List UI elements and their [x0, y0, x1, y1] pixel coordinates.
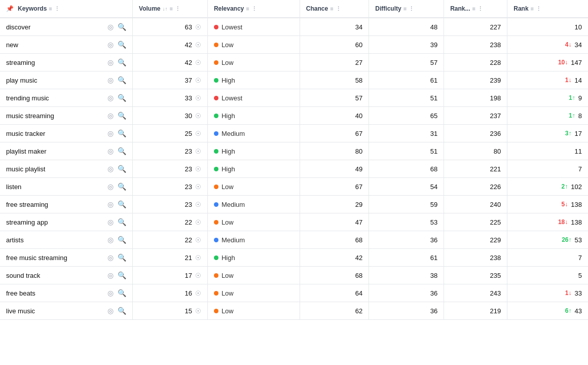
chance-value: 67 [355, 130, 362, 137]
search-icon[interactable]: 🔍 [118, 200, 126, 208]
chance-cell-2: 27 [300, 54, 369, 71]
search-icon[interactable]: 🔍 [118, 41, 126, 49]
table-row: music tracker ◎ 🔍 25 ☉ Medium 6731236 3↑… [0, 125, 588, 142]
eye-icon[interactable]: ◎ [107, 165, 114, 173]
rankurl-value: 238 [490, 254, 501, 262]
search-icon[interactable]: 🔍 [118, 76, 126, 84]
search-icon[interactable]: 🔍 [118, 218, 126, 226]
chart-icon[interactable]: ☉ [195, 94, 201, 102]
volume-value: 30 [185, 112, 192, 120]
filter-icon-relevancy[interactable]: ≡ [246, 6, 249, 12]
options-icon-volume[interactable]: ⋮ [175, 6, 180, 12]
volume-cell-0: 63 ☉ [133, 18, 208, 36]
chart-icon[interactable]: ☉ [195, 77, 201, 84]
eye-icon[interactable]: ◎ [107, 41, 114, 49]
eye-icon[interactable]: ◎ [107, 271, 114, 279]
sort-icon-volume[interactable]: ↓↑ [163, 6, 168, 12]
search-icon[interactable]: 🔍 [118, 112, 126, 120]
rank-current: 33 [575, 289, 582, 297]
chart-icon[interactable]: ☉ [195, 148, 201, 155]
chart-icon[interactable]: ☉ [195, 130, 201, 137]
search-icon[interactable]: 🔍 [118, 147, 126, 155]
eye-icon[interactable]: ◎ [107, 23, 114, 31]
rank-cell-8: 7 [507, 160, 588, 178]
filter-icon-keywords[interactable]: ≡ [49, 6, 52, 12]
rankurl-value: 219 [490, 307, 501, 315]
search-icon[interactable]: 🔍 [118, 23, 126, 31]
difficulty-value: 61 [430, 254, 437, 262]
chart-icon[interactable]: ☉ [195, 41, 201, 49]
search-icon[interactable]: 🔍 [118, 271, 126, 279]
eye-icon[interactable]: ◎ [107, 76, 114, 84]
difficulty-value: 36 [430, 289, 437, 297]
eye-icon[interactable]: ◎ [107, 218, 114, 226]
chance-cell-11: 47 [300, 213, 369, 231]
filter-icon-chance[interactable]: ≡ [330, 6, 333, 12]
rankurl-cell-8: 221 [444, 160, 507, 178]
search-icon[interactable]: 🔍 [118, 58, 126, 66]
chart-icon[interactable]: ☉ [195, 165, 201, 173]
filter-icon-rankurl[interactable]: ≡ [472, 6, 475, 12]
search-icon[interactable]: 🔍 [118, 236, 126, 244]
rankurl-value: 229 [490, 236, 501, 244]
difficulty-cell-0: 48 [369, 18, 444, 36]
chance-cell-0: 34 [300, 18, 369, 36]
difficulty-value: 53 [430, 218, 437, 226]
eye-icon[interactable]: ◎ [107, 58, 114, 66]
eye-icon[interactable]: ◎ [107, 94, 114, 102]
rankurl-value: 235 [490, 272, 501, 279]
chance-value: 34 [355, 23, 362, 31]
relevancy-dot [214, 149, 218, 154]
eye-icon[interactable]: ◎ [107, 253, 114, 262]
relevancy-cell-7: High [207, 142, 300, 160]
filter-icon-rank[interactable]: ≡ [531, 6, 534, 12]
options-icon-keywords[interactable]: ⋮ [54, 6, 60, 12]
chart-icon[interactable]: ☉ [195, 289, 201, 297]
relevancy-cell-12: Medium [207, 231, 300, 249]
rank-current: 102 [571, 183, 582, 191]
options-icon-rank[interactable]: ⋮ [536, 6, 541, 12]
chart-icon[interactable]: ☉ [195, 272, 201, 279]
filter-icon-difficulty[interactable]: ≡ [403, 6, 407, 12]
rankurl-value: 240 [490, 201, 501, 208]
chart-icon[interactable]: ☉ [195, 23, 201, 31]
eye-icon[interactable]: ◎ [107, 200, 114, 208]
options-icon-relevancy[interactable]: ⋮ [251, 6, 257, 12]
options-icon-chance[interactable]: ⋮ [336, 6, 341, 12]
relevancy-cell-11: Low [207, 213, 300, 231]
eye-icon[interactable]: ◎ [107, 307, 114, 315]
search-icon[interactable]: 🔍 [118, 129, 126, 137]
th-volume-label: Volume [139, 5, 160, 12]
eye-icon[interactable]: ◎ [107, 289, 114, 297]
chart-icon[interactable]: ☉ [195, 112, 201, 120]
search-icon[interactable]: 🔍 [118, 289, 126, 297]
search-icon[interactable]: 🔍 [118, 182, 126, 191]
options-icon-rankurl[interactable]: ⋮ [477, 6, 483, 12]
relevancy-cell-8: High [207, 160, 300, 178]
options-icon-difficulty[interactable]: ⋮ [409, 6, 414, 12]
chart-icon[interactable]: ☉ [195, 218, 201, 226]
filter-icon-volume[interactable]: ≡ [170, 6, 173, 12]
eye-icon[interactable]: ◎ [107, 236, 114, 244]
volume-value: 25 [185, 130, 192, 137]
rank-current: 34 [575, 41, 582, 49]
volume-value: 23 [185, 183, 192, 191]
rankurl-cell-14: 235 [444, 267, 507, 284]
chart-icon[interactable]: ☉ [195, 201, 201, 208]
chart-icon[interactable]: ☉ [195, 183, 201, 191]
eye-icon[interactable]: ◎ [107, 112, 114, 120]
search-icon[interactable]: 🔍 [118, 253, 126, 262]
chart-icon[interactable]: ☉ [195, 236, 201, 244]
eye-icon[interactable]: ◎ [107, 182, 114, 191]
chart-icon[interactable]: ☉ [195, 59, 201, 66]
keyword-text: music streaming [6, 112, 103, 120]
chart-icon[interactable]: ☉ [195, 254, 201, 262]
eye-icon[interactable]: ◎ [107, 129, 114, 137]
rankurl-cell-16: 219 [444, 302, 507, 320]
search-icon[interactable]: 🔍 [118, 165, 126, 173]
chart-icon[interactable]: ☉ [195, 307, 201, 315]
search-icon[interactable]: 🔍 [118, 94, 126, 102]
search-icon[interactable]: 🔍 [118, 307, 126, 315]
eye-icon[interactable]: ◎ [107, 147, 114, 155]
relevancy-label: Medium [222, 130, 245, 137]
